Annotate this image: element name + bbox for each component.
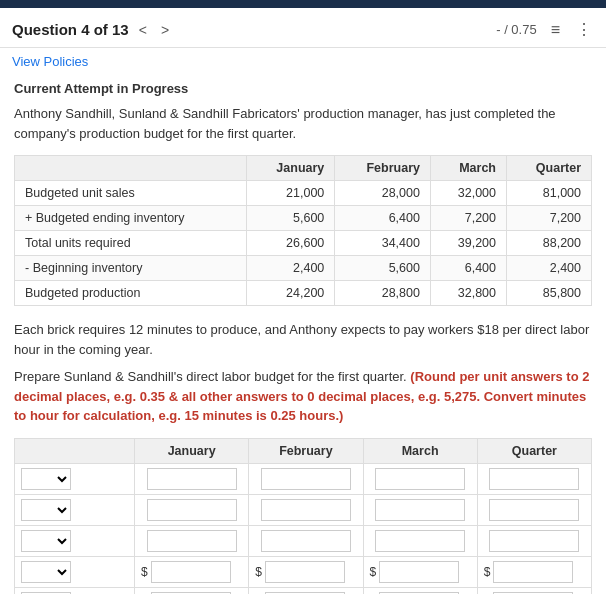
input-row-3-cell-feb: $ [249, 556, 363, 587]
input-1-feb[interactable] [261, 499, 351, 521]
input-0-feb[interactable] [261, 468, 351, 490]
input-row-1-select-cell: ∨ [15, 494, 135, 525]
table-cell-r3-c4: 2,400 [507, 256, 592, 281]
input-row-0-cell-feb [249, 463, 363, 494]
input-2-mar[interactable] [375, 530, 465, 552]
table-cell-r1-c4: 7,200 [507, 206, 592, 231]
input-1-mar[interactable] [375, 499, 465, 521]
prev-button[interactable]: < [135, 20, 151, 40]
table-cell-r2-c1: 26,600 [246, 231, 335, 256]
input-0-jan[interactable] [147, 468, 237, 490]
table-cell-r2-c4: 88,200 [507, 231, 592, 256]
input-col-header-february: February [249, 438, 363, 463]
score-label: - / 0.75 [496, 22, 536, 37]
input-1-jan[interactable] [147, 499, 237, 521]
input-table-row: ∨$$$$ [15, 556, 592, 587]
more-icon-button[interactable]: ⋮ [574, 18, 594, 41]
input-col-header-january: January [135, 438, 249, 463]
input-row-1-cell-jan [135, 494, 249, 525]
table-cell-r2-c2: 34,400 [335, 231, 431, 256]
main-content: Current Attempt in Progress Anthony Sand… [0, 73, 606, 594]
production-table: January February March Quarter Budgeted … [14, 155, 592, 306]
input-row-0-cell-jan [135, 463, 249, 494]
table-cell-r1-c1: 5,600 [246, 206, 335, 231]
input-row-0-select-cell: ∨ [15, 463, 135, 494]
next-button[interactable]: > [157, 20, 173, 40]
input-row-2-cell-quarter [477, 525, 591, 556]
header-right: - / 0.75 ≡ ⋮ [496, 18, 594, 41]
view-policies-link[interactable]: View Policies [12, 54, 88, 69]
question-label: Question 4 of 13 [12, 21, 129, 38]
input-0-mar[interactable] [375, 468, 465, 490]
input-row-3-select[interactable]: ∨ [21, 561, 71, 583]
header-left: Question 4 of 13 < > [12, 20, 173, 40]
col-header-february: February [335, 156, 431, 181]
table-row: Total units required26,60034,40039,20088… [15, 231, 592, 256]
table-cell-r2-c0: Total units required [15, 231, 247, 256]
input-2-jan[interactable] [147, 530, 237, 552]
input-0-quarter[interactable] [489, 468, 579, 490]
table-cell-r4-c0: Budgeted production [15, 281, 247, 306]
input-row-0-select[interactable]: ∨ [21, 468, 71, 490]
instruction-prefix: Prepare Sunland & Sandhill's direct labo… [14, 369, 410, 384]
input-table-header-row: January February March Quarter [15, 438, 592, 463]
input-row-2-cell-mar [363, 525, 477, 556]
input-3-quarter[interactable] [493, 561, 573, 583]
view-policies-section: View Policies [0, 48, 606, 73]
input-3-feb[interactable] [265, 561, 345, 583]
table-cell-r4-c2: 28,800 [335, 281, 431, 306]
input-col-header-quarter: Quarter [477, 438, 591, 463]
col-header-label [15, 156, 247, 181]
dollar-cell-3-jan: $ [141, 561, 242, 583]
input-table-row: ∨ [15, 463, 592, 494]
input-row-2-cell-jan [135, 525, 249, 556]
input-row-3-select-cell: ∨ [15, 556, 135, 587]
input-3-mar[interactable] [379, 561, 459, 583]
table-cell-r1-c0: + Budgeted ending inventory [15, 206, 247, 231]
input-col-header-march: March [363, 438, 477, 463]
input-row-4-cell-quarter: $ [477, 587, 591, 594]
table-cell-r0-c4: 81,000 [507, 181, 592, 206]
table-cell-r0-c2: 28,000 [335, 181, 431, 206]
intro-text: Anthony Sandhill, Sunland & Sandhill Fab… [14, 104, 592, 143]
input-row-0-cell-quarter [477, 463, 591, 494]
info-text: Each brick requires 12 minutes to produc… [14, 320, 592, 359]
col-header-march: March [430, 156, 506, 181]
input-table-row: ∨ [15, 525, 592, 556]
input-row-2-cell-feb [249, 525, 363, 556]
input-row-4-cell-jan: $ [135, 587, 249, 594]
header: Question 4 of 13 < > - / 0.75 ≡ ⋮ [0, 8, 606, 48]
table-cell-r3-c1: 2,400 [246, 256, 335, 281]
dollar-cell-3-mar: $ [370, 561, 471, 583]
table-cell-r3-c2: 5,600 [335, 256, 431, 281]
input-row-4-cell-mar: $ [363, 587, 477, 594]
table-row: Budgeted production24,20028,80032,80085,… [15, 281, 592, 306]
dollar-sign: $ [370, 565, 377, 579]
dollar-cell-3-feb: $ [255, 561, 356, 583]
input-row-4-select-cell: ∨ [15, 587, 135, 594]
dollar-sign: $ [255, 565, 262, 579]
input-row-3-cell-jan: $ [135, 556, 249, 587]
input-row-1-cell-mar [363, 494, 477, 525]
input-1-quarter[interactable] [489, 499, 579, 521]
dollar-cell-3-quarter: $ [484, 561, 585, 583]
table-cell-r0-c0: Budgeted unit sales [15, 181, 247, 206]
input-2-feb[interactable] [261, 530, 351, 552]
table-cell-r1-c2: 6,400 [335, 206, 431, 231]
input-3-jan[interactable] [151, 561, 231, 583]
input-col-header-label [15, 438, 135, 463]
list-icon-button[interactable]: ≡ [549, 19, 562, 41]
input-table-row: ∨$$$$ [15, 587, 592, 594]
input-row-3-cell-mar: $ [363, 556, 477, 587]
table-row: Budgeted unit sales21,00028,00032,00081,… [15, 181, 592, 206]
input-table: January February March Quarter ∨∨∨∨$$$$∨… [14, 438, 592, 595]
input-row-1-select[interactable]: ∨ [21, 499, 71, 521]
input-row-2-select-cell: ∨ [15, 525, 135, 556]
dollar-sign: $ [141, 565, 148, 579]
input-row-2-select[interactable]: ∨ [21, 530, 71, 552]
dollar-sign: $ [484, 565, 491, 579]
input-2-quarter[interactable] [489, 530, 579, 552]
table-cell-r0-c1: 21,000 [246, 181, 335, 206]
col-header-quarter: Quarter [507, 156, 592, 181]
table-cell-r4-c4: 85,800 [507, 281, 592, 306]
